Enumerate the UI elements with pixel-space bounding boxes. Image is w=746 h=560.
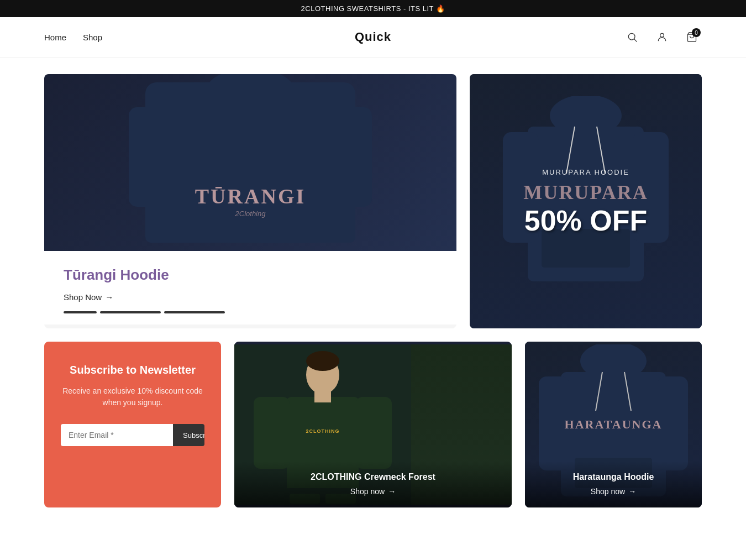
announcement-text: 2CLOTHING SWEATSHIRTS - ITS LIT 🔥 [301,4,445,13]
svg-point-0 [628,33,635,40]
shop-now-button[interactable]: Shop Now → [64,292,113,302]
murupara-hoodie-text: MURUPARA [523,181,648,204]
crewneck-overlay: 2CLOTHING Crewneck Forest Shop now → [234,461,512,507]
svg-point-20 [306,351,339,371]
hero-text-area: Tūrangi Hoodie Shop Now → [44,251,456,325]
nav-shop[interactable]: Shop [83,33,102,42]
murupara-overlay: MURUPARA HOODIE MURUPARA 50% OFF [523,168,648,235]
crewneck-shop-now[interactable]: Shop now → [350,487,396,496]
nav-left: Home Shop [44,33,102,42]
svg-rect-7 [322,107,372,207]
svg-text:2CLOTHING: 2CLOTHING [306,428,339,434]
turangi-product-title: Tūrangi Hoodie [64,266,437,284]
account-button[interactable] [652,27,672,47]
search-button[interactable] [622,27,642,47]
harataunga-overlay: Harataunga Hoodie Shop now → [525,461,702,507]
logo: Quick [355,30,391,44]
crewneck-product-name: 2CLOTHING Crewneck Forest [245,472,501,482]
slider-dots [64,311,437,313]
svg-rect-23 [356,397,392,469]
newsletter-description: Receive an exclusive 10% discount code w… [61,385,204,409]
svg-rect-5 [167,102,333,240]
turangi-hoodie-svg [112,74,388,251]
harataunga-card: HARATAUNGA Harataunga Hoodie Shop now → [525,342,702,507]
hero-right-card: MURUPARA HOODIE MURUPARA 50% OFF [470,74,702,328]
turangi-hoodie-image: TŪRANGI 2Clothing [44,74,456,251]
announcement-bar: 2CLOTHING SWEATSHIRTS - ITS LIT 🔥 [0,0,746,17]
harataunga-product-name: Harataunga Hoodie [536,472,691,482]
murupara-product-name: MURUPARA HOODIE [523,168,648,176]
user-icon [656,32,668,43]
header-icons: 0 [622,27,702,47]
newsletter-title: Subscribe to Newsletter [61,364,204,376]
discount-badge: 50% OFF [523,206,648,235]
turangi-sublabel: 2Clothing [195,210,306,218]
murupara-hoodie-image: MURUPARA HOODIE MURUPARA 50% OFF [470,74,702,328]
harataunga-text-overlay: HARATAUNGA [565,417,663,432]
svg-line-9 [223,107,234,157]
main-content: TŪRANGI 2Clothing Tūrangi Hoodie Shop No… [0,57,746,524]
cart-button[interactable]: 0 [682,27,702,47]
svg-rect-24 [314,389,331,402]
dot-1[interactable] [64,311,97,313]
crewneck-card: 2CLOTHING 2CLOTHING Crewneck Forest Shop… [234,342,512,507]
dot-3[interactable] [164,311,225,313]
newsletter-subscribe-button[interactable]: Subscribe [173,424,204,446]
bottom-grid: Subscribe to Newsletter Receive an exclu… [44,342,702,507]
hero-grid: TŪRANGI 2Clothing Tūrangi Hoodie Shop No… [44,74,702,328]
svg-line-1 [634,39,637,42]
harataunga-shop-now[interactable]: Shop now → [591,487,636,496]
newsletter-card: Subscribe to Newsletter Receive an exclu… [44,342,221,507]
svg-line-10 [267,107,278,157]
svg-point-4 [206,74,295,113]
hero-left-card: TŪRANGI 2Clothing Tūrangi Hoodie Shop No… [44,74,456,328]
header: Home Shop Quick 0 [0,17,746,57]
cart-count: 0 [692,28,701,37]
turangi-text: TŪRANGI [195,184,306,208]
svg-rect-22 [254,397,290,469]
nav-home[interactable]: Home [44,33,66,42]
svg-point-2 [660,33,664,37]
dot-2[interactable] [100,311,161,313]
search-icon [627,32,638,43]
harataunga-hoodie-text: HARATAUNGA [565,417,663,432]
newsletter-form: Subscribe [61,424,204,446]
newsletter-email-input[interactable] [61,424,173,446]
svg-rect-6 [129,107,178,207]
